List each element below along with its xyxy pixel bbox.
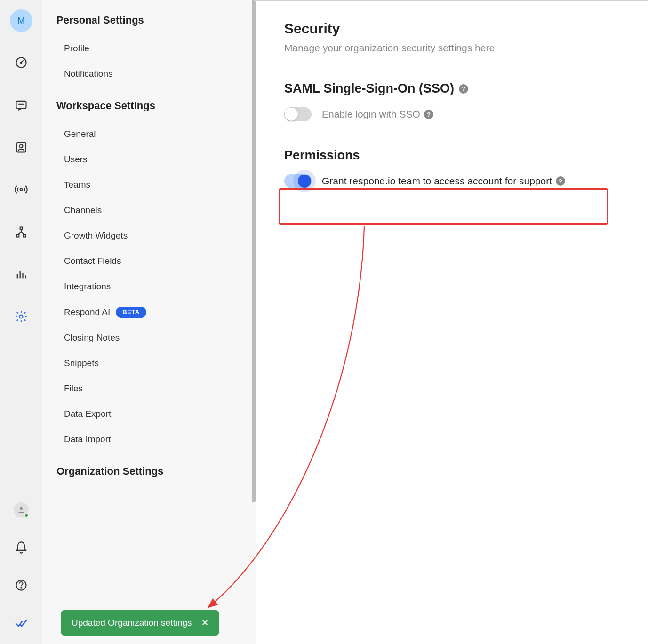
sidebar-item-channels[interactable]: Channels <box>56 198 256 223</box>
settings-group-workspace: Workspace Settings General Users Teams C… <box>56 100 256 452</box>
help-icon[interactable]: ? <box>459 84 468 94</box>
sso-toggle-label: Enable login with SSO ? <box>322 109 433 120</box>
inbox-icon[interactable] <box>9 93 33 117</box>
sidebar-item-growth-widgets[interactable]: Growth Widgets <box>56 223 256 248</box>
sidebar-item-respond-ai[interactable]: Respond AI BETA <box>56 299 256 325</box>
main-content: Security Manage your organization securi… <box>256 0 648 644</box>
svg-point-1 <box>21 62 22 64</box>
reports-icon[interactable] <box>9 262 33 286</box>
svg-point-6 <box>20 189 23 191</box>
svg-rect-4 <box>17 143 26 152</box>
sso-toggle[interactable] <box>284 107 312 121</box>
dashboard-icon[interactable] <box>9 51 33 74</box>
section-title-sso: SAML Single-Sign-On (SSO) ? <box>284 81 620 96</box>
sidebar-item-closing-notes[interactable]: Closing Notes <box>56 325 256 350</box>
workflow-icon[interactable] <box>9 220 33 244</box>
icon-rail: M <box>0 0 42 644</box>
section-title-permissions: Permissions <box>284 148 620 163</box>
sidebar-item-teams[interactable]: Teams <box>56 172 256 198</box>
notifications-bell-icon[interactable] <box>9 536 33 559</box>
divider <box>284 135 620 135</box>
svg-point-15 <box>20 507 23 510</box>
svg-rect-7 <box>20 227 23 230</box>
sidebar-item-notifications[interactable]: Notifications <box>56 61 256 87</box>
settings-group-title: Organization Settings <box>56 465 256 477</box>
settings-sidebar: Personal Settings Profile Notifications … <box>42 0 256 644</box>
toast-message: Updated Organization settings <box>72 618 192 628</box>
annotation-highlight <box>279 188 608 225</box>
scrollbar[interactable] <box>252 0 256 644</box>
sidebar-item-files[interactable]: Files <box>56 376 256 401</box>
avatar[interactable]: M <box>10 9 32 32</box>
help-icon[interactable] <box>9 573 33 597</box>
svg-point-17 <box>21 588 22 588</box>
sidebar-item-contact-fields[interactable]: Contact Fields <box>56 248 256 274</box>
sidebar-item-general[interactable]: General <box>56 121 256 147</box>
grant-access-toggle[interactable] <box>284 174 312 188</box>
sidebar-item-integrations[interactable]: Integrations <box>56 274 256 299</box>
grant-access-label: Grant respond.io team to access account … <box>322 175 565 187</box>
contacts-icon[interactable] <box>9 135 33 159</box>
settings-icon[interactable] <box>9 305 33 328</box>
sidebar-item-users[interactable]: Users <box>56 147 256 172</box>
double-check-icon[interactable] <box>9 611 33 635</box>
svg-rect-8 <box>17 235 19 237</box>
settings-group-organization: Organization Settings <box>56 465 256 477</box>
sidebar-item-data-export[interactable]: Data Export <box>56 401 256 427</box>
avatar-letter: M <box>18 16 25 26</box>
broadcast-icon[interactable] <box>9 178 33 201</box>
toast-close-icon[interactable]: ✕ <box>201 618 208 628</box>
sidebar-item-snippets[interactable]: Snippets <box>56 350 256 376</box>
help-icon[interactable]: ? <box>556 176 565 186</box>
sidebar-item-profile[interactable]: Profile <box>56 36 256 61</box>
svg-rect-9 <box>24 235 26 237</box>
sidebar-item-data-import[interactable]: Data Import <box>56 427 256 452</box>
user-status-icon[interactable] <box>9 498 33 522</box>
permissions-row: Grant respond.io team to access account … <box>284 174 620 188</box>
settings-group-personal: Personal Settings Profile Notifications <box>56 14 256 87</box>
settings-group-title: Workspace Settings <box>56 100 256 112</box>
svg-point-5 <box>20 144 23 148</box>
settings-group-title: Personal Settings <box>56 14 256 26</box>
page-subtitle: Manage your organization security settin… <box>284 42 620 54</box>
toast: Updated Organization settings ✕ <box>61 610 219 636</box>
sso-row: Enable login with SSO ? <box>284 107 620 121</box>
page-title: Security <box>284 21 620 37</box>
beta-badge: BETA <box>116 307 146 318</box>
svg-point-14 <box>20 315 23 318</box>
help-icon[interactable]: ? <box>424 110 433 119</box>
divider <box>284 68 620 68</box>
